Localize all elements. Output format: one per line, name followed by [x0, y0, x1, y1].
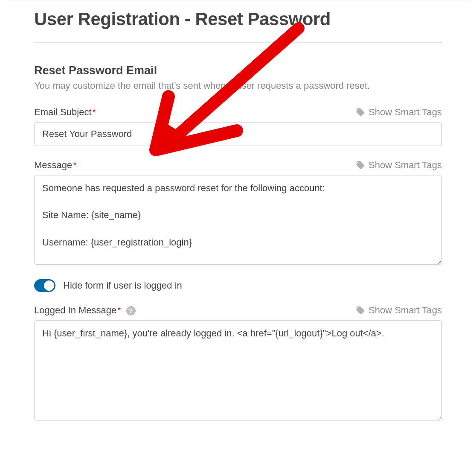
show-smart-tags-link[interactable]: Show Smart Tags — [356, 305, 442, 316]
message-textarea[interactable] — [34, 175, 442, 265]
tag-icon — [356, 161, 365, 170]
section-heading: Reset Password Email — [34, 64, 442, 77]
help-icon[interactable]: ? — [126, 306, 136, 315]
logged-in-message-label: Logged In Message* ? — [34, 305, 136, 316]
required-asterisk: * — [73, 160, 77, 170]
section-description: You may customize the email that's sent … — [34, 80, 442, 92]
show-smart-tags-link[interactable]: Show Smart Tags — [356, 107, 442, 118]
required-asterisk: * — [117, 305, 121, 315]
message-label: Message* — [34, 160, 77, 171]
divider — [34, 42, 442, 43]
logged-in-message-textarea[interactable] — [34, 320, 442, 420]
hide-form-toggle[interactable] — [34, 279, 55, 292]
email-subject-label: Email Subject* — [34, 107, 96, 118]
settings-panel: User Registration - Reset Password Reset… — [0, 0, 476, 452]
hide-form-toggle-label: Hide form if user is logged in — [63, 280, 182, 291]
required-asterisk: * — [93, 107, 96, 117]
email-subject-input[interactable] — [34, 122, 442, 146]
page-title: User Registration - Reset Password — [34, 9, 442, 29]
show-smart-tags-link[interactable]: Show Smart Tags — [356, 160, 442, 171]
tag-icon — [356, 108, 365, 117]
tag-icon — [356, 306, 365, 315]
